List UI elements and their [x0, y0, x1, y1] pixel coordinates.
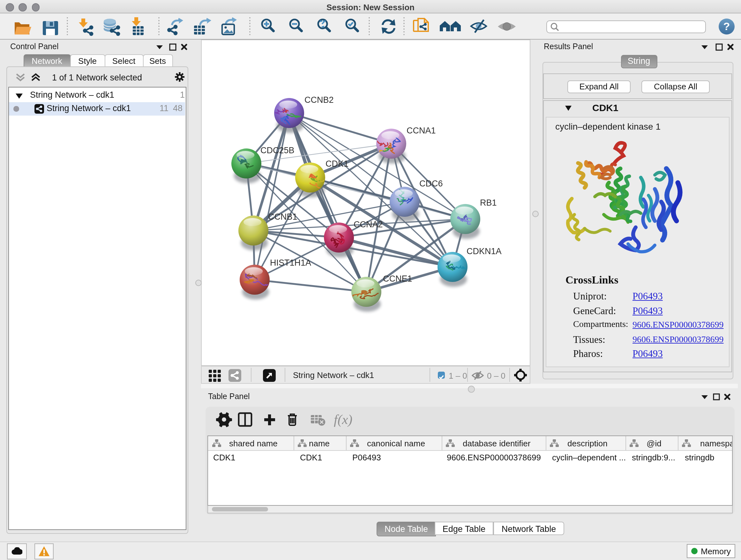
svg-text:CDC25B: CDC25B	[260, 145, 294, 155]
svg-text:HIST1H1A: HIST1H1A	[270, 258, 311, 267]
svg-text:CCNB2: CCNB2	[305, 95, 334, 105]
svg-text:CDK1: CDK1	[326, 159, 348, 169]
svg-text:RB1: RB1	[480, 198, 497, 207]
svg-text:f(x): f(x)	[334, 412, 352, 427]
svg-text:CCNE1: CCNE1	[383, 274, 412, 284]
svg-text:CCNA2: CCNA2	[354, 220, 383, 229]
svg-text:CDC6: CDC6	[419, 179, 443, 188]
svg-text:CCNA1: CCNA1	[407, 126, 436, 135]
svg-text:CCNB1: CCNB1	[268, 212, 297, 222]
svg-text:CDKN1A: CDKN1A	[467, 246, 502, 256]
